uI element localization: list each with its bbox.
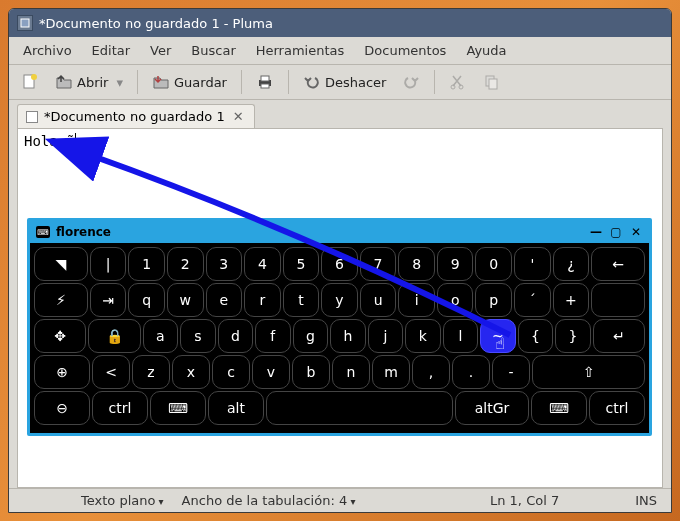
key-space[interactable] (266, 391, 453, 425)
key-n[interactable]: n (332, 355, 370, 389)
key-c[interactable]: c (212, 355, 250, 389)
key-r[interactable]: r (244, 283, 281, 317)
key-q[interactable]: q (128, 283, 165, 317)
key-alt[interactable]: alt (208, 391, 264, 425)
menu-ver[interactable]: Ver (142, 40, 179, 61)
key-grave[interactable]: ´ (514, 283, 551, 317)
menu-ayuda[interactable]: Ayuda (458, 40, 514, 61)
key-backspace[interactable]: ← (591, 247, 645, 281)
key-capslock[interactable]: 🔒 (88, 319, 140, 353)
maximize-icon[interactable]: ▢ (609, 225, 623, 239)
key-j[interactable]: j (368, 319, 404, 353)
key-pipe[interactable]: | (90, 247, 127, 281)
key-a[interactable]: a (143, 319, 179, 353)
key-shift[interactable]: ⇧ (532, 355, 645, 389)
save-button[interactable]: Guardar (146, 69, 233, 95)
open-button[interactable]: Abrir ▾ (49, 69, 129, 95)
key-l[interactable]: l (443, 319, 479, 353)
key-y[interactable]: y (321, 283, 358, 317)
open-dropdown-icon[interactable]: ▾ (116, 75, 123, 90)
key-apostrophe[interactable]: ' (514, 247, 551, 281)
key-ctrl-right[interactable]: ctrl (589, 391, 645, 425)
key-ctrl-left[interactable]: ctrl (92, 391, 148, 425)
key-4[interactable]: 4 (244, 247, 281, 281)
key-tab[interactable]: ⇥ (90, 283, 127, 317)
key-enye-highlighted[interactable]: ~☝ (480, 319, 516, 353)
key-z[interactable]: z (132, 355, 170, 389)
toolbar-separator (241, 70, 242, 94)
key-u[interactable]: u (360, 283, 397, 317)
key-h[interactable]: h (330, 319, 366, 353)
key-move[interactable]: ✥ (34, 319, 86, 353)
key-t[interactable]: t (283, 283, 320, 317)
key-zoom-in[interactable]: ⊕ (34, 355, 90, 389)
key-3[interactable]: 3 (206, 247, 243, 281)
window-titlebar[interactable]: *Documento no guardado 1 - Pluma (9, 9, 671, 37)
undo-button[interactable]: Deshacer (297, 69, 392, 95)
key-m[interactable]: m (372, 355, 410, 389)
key-enter[interactable]: ↵ (593, 319, 645, 353)
close-icon[interactable]: ✕ (629, 225, 643, 239)
menu-archivo[interactable]: Archivo (15, 40, 80, 61)
key-inverted-question[interactable]: ¿ (553, 247, 590, 281)
cut-button[interactable] (443, 69, 473, 95)
insert-mode[interactable]: INS (635, 493, 657, 508)
key-escape[interactable]: ◥ (34, 247, 88, 281)
key-less[interactable]: < (92, 355, 130, 389)
tab-label: *Documento no guardado 1 (44, 109, 225, 124)
key-g[interactable]: g (293, 319, 329, 353)
florence-titlebar[interactable]: ⌨ florence — ▢ ✕ (30, 221, 649, 243)
toolbar-separator (434, 70, 435, 94)
key-layout-switch[interactable]: ⚡ (34, 283, 88, 317)
key-v[interactable]: v (252, 355, 290, 389)
key-zoom-out[interactable]: ⊖ (34, 391, 90, 425)
key-period[interactable]: . (452, 355, 490, 389)
key-plus[interactable]: + (553, 283, 590, 317)
key-keyboard-icon-right[interactable]: ⌨ (531, 391, 587, 425)
document-tab[interactable]: *Documento no guardado 1 ✕ (17, 104, 255, 128)
key-0[interactable]: 0 (475, 247, 512, 281)
menu-editar[interactable]: Editar (84, 40, 139, 61)
print-button[interactable] (250, 69, 280, 95)
key-d[interactable]: d (218, 319, 254, 353)
tab-close-icon[interactable]: ✕ (231, 109, 246, 124)
key-p[interactable]: p (475, 283, 512, 317)
key-8[interactable]: 8 (398, 247, 435, 281)
key-altgr[interactable]: altGr (455, 391, 529, 425)
florence-keyboard-window[interactable]: ⌨ florence — ▢ ✕ ◥ | 1 2 3 4 5 6 7 8 9 0… (27, 218, 652, 436)
key-dash[interactable]: - (492, 355, 530, 389)
key-brace-open[interactable]: { (518, 319, 554, 353)
key-b[interactable]: b (292, 355, 330, 389)
copy-button[interactable] (477, 69, 507, 95)
key-f[interactable]: f (255, 319, 291, 353)
key-brace-close[interactable]: } (555, 319, 591, 353)
key-enter-top[interactable] (591, 283, 645, 317)
menu-documentos[interactable]: Documentos (356, 40, 454, 61)
key-e[interactable]: e (206, 283, 243, 317)
minimize-icon[interactable]: — (589, 225, 603, 239)
redo-button[interactable] (396, 69, 426, 95)
menu-herramientas[interactable]: Herramientas (248, 40, 353, 61)
key-o[interactable]: o (437, 283, 474, 317)
syntax-selector[interactable]: Texto plano (81, 493, 164, 508)
key-s[interactable]: s (180, 319, 216, 353)
key-1[interactable]: 1 (128, 247, 165, 281)
key-keyboard-icon-left[interactable]: ⌨ (150, 391, 206, 425)
key-6[interactable]: 6 (321, 247, 358, 281)
tabwidth-selector[interactable]: Ancho de la tabulación: 4 (182, 493, 356, 508)
new-document-button[interactable] (15, 69, 45, 95)
menu-buscar[interactable]: Buscar (183, 40, 243, 61)
key-9[interactable]: 9 (437, 247, 474, 281)
key-2[interactable]: 2 (167, 247, 204, 281)
key-x[interactable]: x (172, 355, 210, 389)
key-i[interactable]: i (398, 283, 435, 317)
key-w[interactable]: w (167, 283, 204, 317)
key-comma[interactable]: , (412, 355, 450, 389)
toolbar-separator (137, 70, 138, 94)
key-5[interactable]: 5 (283, 247, 320, 281)
cursor-position: Ln 1, Col 7 (490, 493, 559, 508)
key-k[interactable]: k (405, 319, 441, 353)
florence-title: florence (56, 225, 583, 239)
key-7[interactable]: 7 (360, 247, 397, 281)
app-icon (17, 15, 33, 31)
